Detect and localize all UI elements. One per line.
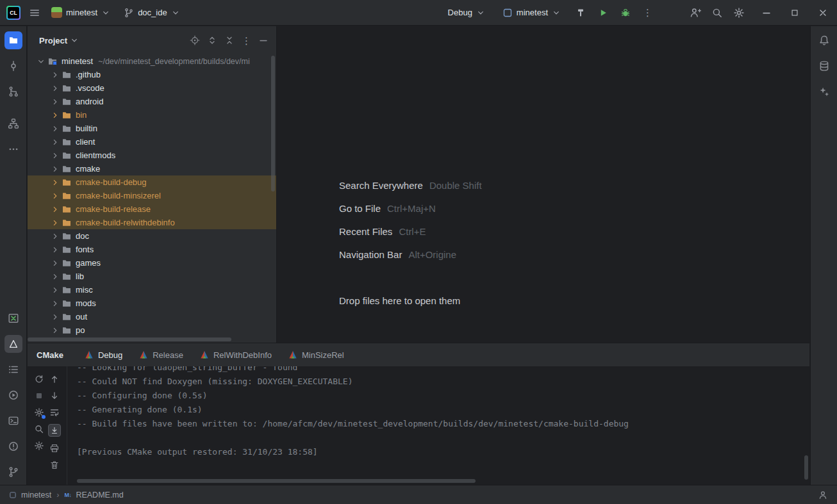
chevron-right-icon[interactable] xyxy=(51,178,60,187)
project-widget[interactable]: minetest xyxy=(49,4,113,20)
chevron-right-icon[interactable] xyxy=(51,165,60,174)
more-tool-windows-button[interactable] xyxy=(0,136,27,162)
tree-item-misc[interactable]: misc xyxy=(28,283,276,297)
tree-root-minetest[interactable]: minetest ~/dev/minetest_development/buil… xyxy=(28,54,276,68)
tree-item-android[interactable]: android xyxy=(28,95,276,108)
tree-item-out[interactable]: out xyxy=(28,310,276,323)
tool-problems-button[interactable] xyxy=(0,434,27,459)
tree-item-.github[interactable]: .github xyxy=(28,68,276,81)
tool-csv-button[interactable] xyxy=(0,305,27,331)
tree-item-fonts[interactable]: fonts xyxy=(28,243,276,256)
tree-item-cmake-build-minsizerel[interactable]: cmake-build-minsizerel xyxy=(28,189,276,202)
tool-notifications-button[interactable] xyxy=(811,28,837,53)
chevron-right-icon[interactable] xyxy=(51,218,60,227)
cmake-tab-minsizerel[interactable]: MinSizeRel xyxy=(280,343,352,366)
print-icon[interactable] xyxy=(49,443,60,453)
console-settings-icon[interactable] xyxy=(34,441,44,451)
tool-git-button[interactable] xyxy=(0,459,27,485)
cmake-tab-debug[interactable]: Debug xyxy=(76,343,131,366)
tool-cmake-button[interactable] xyxy=(0,331,27,357)
cmake-tab-release[interactable]: Release xyxy=(131,343,192,366)
more-actions-icon[interactable]: ⋮ xyxy=(643,8,652,17)
debug-button[interactable] xyxy=(620,8,631,18)
tree-item-builtin[interactable]: builtin xyxy=(28,122,276,135)
chevron-right-icon[interactable] xyxy=(51,232,60,241)
chevron-right-icon[interactable] xyxy=(51,313,60,321)
run-config-selector[interactable]: minetest xyxy=(500,5,563,20)
tool-project-button[interactable] xyxy=(0,28,27,53)
chevron-right-icon[interactable] xyxy=(51,205,60,214)
shortcut-action-link[interactable]: Navigation Bar xyxy=(339,249,402,260)
tree-item-po[interactable]: po xyxy=(28,323,276,337)
tree-item-cmake-build-debug[interactable]: cmake-build-debug xyxy=(28,175,276,189)
reload-cmake-icon[interactable] xyxy=(34,374,44,384)
breadcrumb-file[interactable]: M↓ README.md xyxy=(64,491,123,500)
tree-item-cmake[interactable]: cmake xyxy=(28,162,276,175)
tree-item-games[interactable]: games xyxy=(28,256,276,270)
tree-item-doc[interactable]: doc xyxy=(28,229,276,243)
tool-run-button[interactable] xyxy=(0,382,27,408)
tree-item-.vscode[interactable]: .vscode xyxy=(28,81,276,95)
console-output[interactable]: -- Looking for luaopen_string_buffer - f… xyxy=(67,366,809,485)
stop-icon[interactable] xyxy=(34,391,44,401)
cmake-tab-relwithdebinfo[interactable]: RelWithDebInfo xyxy=(192,343,280,366)
shortcut-action-link[interactable]: Go to File xyxy=(339,203,381,214)
project-panel-title[interactable]: Project xyxy=(39,36,79,45)
tool-pull-requests-button[interactable] xyxy=(0,79,27,104)
run-button[interactable] xyxy=(598,8,608,18)
hide-panel-icon[interactable] xyxy=(258,35,269,45)
chevron-right-icon[interactable] xyxy=(51,84,60,93)
tree-item-cmake-build-release[interactable]: cmake-build-release xyxy=(28,202,276,216)
breadcrumb-project[interactable]: minetest xyxy=(9,491,51,500)
chevron-right-icon[interactable] xyxy=(51,191,60,200)
next-message-icon[interactable] xyxy=(49,391,60,401)
clear-output-icon[interactable] xyxy=(49,460,60,470)
prev-message-icon[interactable] xyxy=(49,374,60,384)
chevron-right-icon[interactable] xyxy=(51,245,60,254)
expand-all-icon[interactable] xyxy=(207,35,217,45)
console-horizontal-scrollbar[interactable] xyxy=(77,479,476,483)
chevron-right-icon[interactable] xyxy=(51,124,60,133)
panel-options-icon[interactable]: ⋮ xyxy=(242,36,251,45)
chevron-down-icon[interactable] xyxy=(37,57,46,66)
chevron-right-icon[interactable] xyxy=(51,299,60,308)
tree-item-clientmods[interactable]: clientmods xyxy=(28,149,276,162)
tool-commit-button[interactable] xyxy=(0,53,27,79)
window-close-button[interactable] xyxy=(809,0,837,26)
project-horizontal-scrollbar[interactable] xyxy=(28,337,231,341)
tree-item-bin[interactable]: bin xyxy=(28,108,276,122)
chevron-right-icon[interactable] xyxy=(51,151,60,160)
tree-item-lib[interactable]: lib xyxy=(28,270,276,283)
tool-structure-button[interactable] xyxy=(0,111,27,136)
main-menu-icon[interactable] xyxy=(29,7,40,19)
chevron-right-icon[interactable] xyxy=(51,111,60,120)
chevron-right-icon[interactable] xyxy=(51,138,60,147)
chevron-right-icon[interactable] xyxy=(51,286,60,295)
tool-terminal-button[interactable] xyxy=(0,408,27,434)
build-type-selector[interactable]: Debug xyxy=(445,5,488,20)
project-vertical-scrollbar[interactable] xyxy=(271,56,275,191)
chevron-right-icon[interactable] xyxy=(51,272,60,281)
window-minimize-button[interactable] xyxy=(752,0,781,26)
tool-todo-button[interactable] xyxy=(0,357,27,382)
chevron-right-icon[interactable] xyxy=(51,70,60,79)
scroll-to-end-toggle[interactable] xyxy=(48,424,61,437)
tool-ai-assistant-button[interactable] xyxy=(811,79,837,104)
profile-icon[interactable] xyxy=(818,490,828,500)
search-everywhere-icon[interactable] xyxy=(711,7,723,19)
shortcut-action-link[interactable]: Recent Files xyxy=(339,226,392,237)
window-maximize-button[interactable] xyxy=(781,0,809,26)
chevron-right-icon[interactable] xyxy=(51,326,60,335)
locate-file-icon[interactable] xyxy=(190,35,200,45)
shortcut-action-link[interactable]: Search Everywhere xyxy=(339,180,423,191)
tree-item-cmake-build-relwithdebinfo[interactable]: cmake-build-relwithdebinfo xyxy=(28,216,276,229)
console-vertical-scrollbar[interactable] xyxy=(804,455,808,480)
settings-gear-icon[interactable] xyxy=(733,7,745,19)
collapse-all-icon[interactable] xyxy=(224,35,235,45)
chevron-right-icon[interactable] xyxy=(51,259,60,268)
soft-wrap-icon[interactable] xyxy=(49,407,60,418)
chevron-right-icon[interactable] xyxy=(51,97,60,106)
build-button[interactable] xyxy=(576,8,586,18)
tree-item-mods[interactable]: mods xyxy=(28,297,276,310)
tree-item-client[interactable]: client xyxy=(28,135,276,149)
